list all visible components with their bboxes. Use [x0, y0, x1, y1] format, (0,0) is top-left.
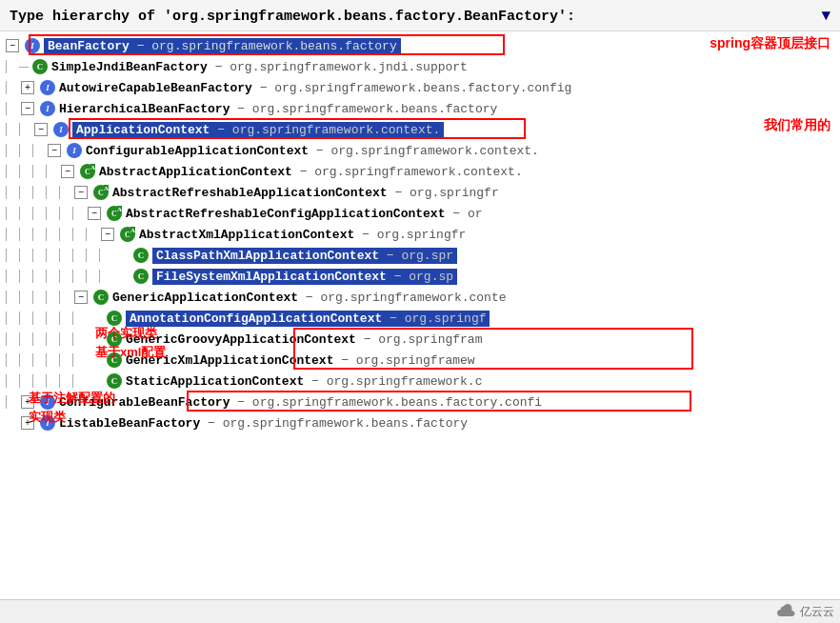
annotation-config-text: AnnotationConfigApplicationContext − org…	[126, 311, 490, 327]
node-text: AbstractApplicationContext − org.springf…	[99, 165, 523, 179]
expand-icon[interactable]: −	[101, 228, 114, 241]
badge-abstract: CA	[93, 185, 109, 200]
node-text: ConfigurableApplicationContext − org.spr…	[86, 144, 539, 158]
expand-icon[interactable]: −	[21, 102, 34, 115]
node-text: AbstractRefreshableApplicationContext − …	[112, 186, 499, 200]
tree-container: − I BeanFactory − org.springframework.be…	[0, 31, 840, 439]
badge-class: C	[93, 290, 109, 305]
node-text: GenericApplicationContext − org.springfr…	[112, 291, 507, 305]
badge-interface: I	[40, 80, 55, 95]
node-text: AbstractRefreshableConfigApplicationCont…	[126, 207, 483, 221]
expand-placeholder	[114, 270, 128, 283]
badge-abstract: CA	[80, 164, 95, 179]
xml-impl-label: 两个实现类 基于xml配置	[95, 324, 166, 361]
annotation-impl-line1: 基于注解配置的	[29, 391, 115, 405]
header-title: Type hierarchy of 'org.springframework.b…	[10, 9, 575, 25]
node-text: ApplicationContext − org.springframework…	[76, 123, 440, 137]
expand-icon[interactable]: +	[21, 81, 34, 94]
tree-row[interactable]: C StaticApplicationContext − org.springf…	[6, 371, 836, 392]
expand-icon[interactable]: −	[61, 165, 74, 178]
badge-class: C	[32, 59, 48, 74]
expand-icon[interactable]: −	[88, 207, 101, 220]
xml-impl-line2: 基于xml配置	[95, 345, 166, 359]
header: Type hierarchy of 'org.springframework.b…	[0, 0, 840, 31]
bottom-bar: 亿云云	[0, 599, 840, 623]
node-text: GenericGroovyApplicationContext − org.sp…	[126, 332, 482, 347]
expand-icon[interactable]: −	[34, 123, 48, 136]
expand-icon[interactable]: −	[74, 186, 88, 199]
watermark-text: 亿云云	[800, 604, 834, 620]
tree-row[interactable]: + I ListableBeanFactory − org.springfram…	[6, 412, 836, 433]
badge-interface: I	[40, 101, 55, 116]
expand-placeholder	[88, 374, 101, 388]
node-text: AutowireCapableBeanFactory − org.springf…	[59, 81, 571, 95]
node-text: AbstractXmlApplicationContext − org.spri…	[139, 228, 466, 242]
expand-icon[interactable]: −	[6, 39, 19, 52]
node-text: ClassPathXmlApplicationContext − org.spr	[156, 249, 453, 263]
application-context-text: ApplicationContext − org.springframework…	[72, 122, 444, 138]
badge-abstract: CA	[107, 206, 122, 221]
tree-row[interactable]: C FileSystemXmlApplicationContext − org.…	[6, 266, 836, 287]
tree-row[interactable]: − CA AbstractRefreshableApplicationConte…	[6, 182, 836, 203]
tree-row[interactable]: − I HierarchicalBeanFactory − org.spring…	[6, 98, 836, 119]
xml-impl-line1: 两个实现类	[95, 326, 157, 340]
node-text: ConfigurableBeanFactory − org.springfram…	[59, 395, 542, 410]
expand-placeholder	[88, 312, 101, 325]
spring-container-label: spring容器顶层接口	[710, 34, 830, 53]
node-text-wrap: BeanFactory − org.springframework.beans.…	[44, 38, 401, 54]
badge-abstract: CA	[120, 227, 135, 242]
node-text: SimpleJndiBeanFactory − org.springframew…	[51, 60, 468, 74]
badge-class: C	[133, 248, 149, 263]
badge-interface: I	[67, 143, 82, 158]
tree-row[interactable]: − CA AbstractRefreshableConfigApplicatio…	[6, 203, 836, 224]
annotation-impl-line2: 实现类	[29, 410, 66, 424]
node-text: BeanFactory − org.springframework.beans.…	[48, 39, 397, 53]
tree-row[interactable]: C ClassPathXmlApplicationContext − org.s…	[6, 245, 836, 266]
badge-interface: I	[53, 122, 69, 137]
commonly-used-label: 我们常用的	[764, 116, 830, 135]
annotation-impl-label: 基于注解配置的 实现类	[29, 389, 115, 426]
node-text: StaticApplicationContext − org.springfra…	[126, 374, 482, 389]
tree-row[interactable]: C SimpleJndiBeanFactory − org.springfram…	[6, 56, 836, 77]
tree-row[interactable]: − CA AbstractXmlApplicationContext − org…	[6, 224, 836, 245]
node-text: HierarchicalBeanFactory − org.springfram…	[59, 102, 497, 116]
classpath-text: ClassPathXmlApplicationContext − org.spr	[152, 248, 457, 264]
tree-row[interactable]: + I ConfigurableBeanFactory − org.spring…	[6, 392, 836, 412]
filesystem-text: FileSystemXmlApplicationContext − org.sp	[152, 269, 457, 285]
tree-row[interactable]: − CA AbstractApplicationContext − org.sp…	[6, 161, 836, 182]
tree-row[interactable]: − I ApplicationContext − org.springframe…	[6, 119, 836, 140]
expand-icon[interactable]: −	[48, 144, 61, 157]
expand-placeholder	[114, 249, 128, 262]
node-text: AnnotationConfigApplicationContext − org…	[130, 312, 486, 326]
badge-class: C	[107, 373, 122, 389]
tree-row[interactable]: − I ConfigurableApplicationContext − org…	[6, 140, 836, 161]
app-container: Type hierarchy of 'org.springframework.b…	[0, 0, 840, 623]
tree-row[interactable]: + I AutowireCapableBeanFactory − org.spr…	[6, 77, 836, 98]
node-text: GenericXmlApplicationContext − org.sprin…	[126, 353, 475, 368]
dropdown-icon[interactable]: ▼	[821, 8, 830, 25]
badge-class: C	[133, 269, 149, 284]
watermark-icon	[777, 602, 796, 621]
badge-interface: I	[25, 38, 40, 53]
node-text: ListableBeanFactory − org.springframewor…	[59, 416, 468, 431]
node-text: FileSystemXmlApplicationContext − org.sp	[156, 270, 453, 284]
tree-row[interactable]: − C GenericApplicationContext − org.spri…	[6, 287, 836, 308]
expand-icon[interactable]: −	[74, 291, 88, 304]
